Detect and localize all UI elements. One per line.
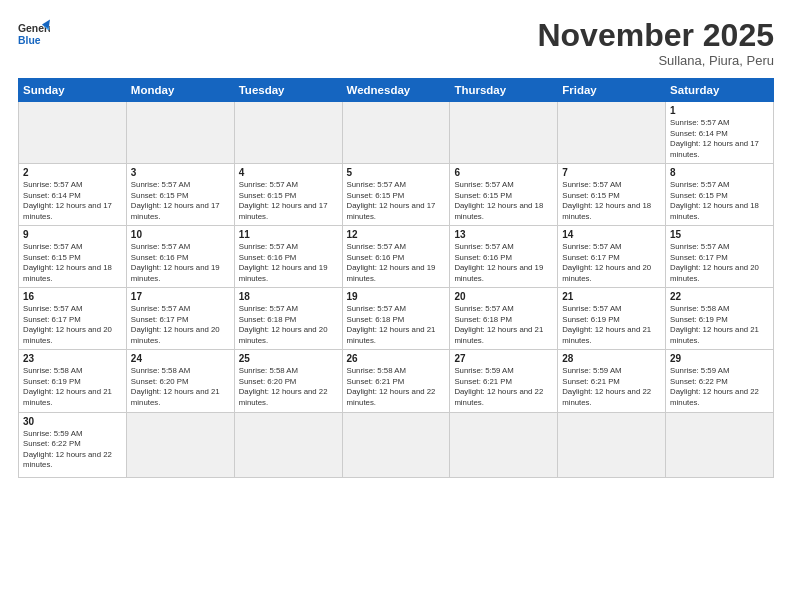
generalblue-logo-icon: General Blue [18,18,50,50]
day-number: 29 [670,353,769,364]
header-monday: Monday [126,79,234,102]
calendar-table: Sunday Monday Tuesday Wednesday Thursday… [18,78,774,477]
day-info: Sunrise: 5:57 AM Sunset: 6:17 PM Dayligh… [131,304,230,346]
table-row: 5Sunrise: 5:57 AM Sunset: 6:15 PM Daylig… [342,164,450,226]
table-row: 7Sunrise: 5:57 AM Sunset: 6:15 PM Daylig… [558,164,666,226]
day-number: 12 [347,229,446,240]
table-row [666,412,774,477]
table-row [342,102,450,164]
day-info: Sunrise: 5:57 AM Sunset: 6:15 PM Dayligh… [23,242,122,284]
header-tuesday: Tuesday [234,79,342,102]
table-row: 13Sunrise: 5:57 AM Sunset: 6:16 PM Dayli… [450,226,558,288]
table-row: 12Sunrise: 5:57 AM Sunset: 6:16 PM Dayli… [342,226,450,288]
table-row: 10Sunrise: 5:57 AM Sunset: 6:16 PM Dayli… [126,226,234,288]
day-info: Sunrise: 5:57 AM Sunset: 6:17 PM Dayligh… [562,242,661,284]
day-number: 8 [670,167,769,178]
day-info: Sunrise: 5:57 AM Sunset: 6:14 PM Dayligh… [23,180,122,222]
day-info: Sunrise: 5:59 AM Sunset: 6:22 PM Dayligh… [670,366,769,408]
day-info: Sunrise: 5:57 AM Sunset: 6:15 PM Dayligh… [670,180,769,222]
day-number: 2 [23,167,122,178]
day-info: Sunrise: 5:57 AM Sunset: 6:15 PM Dayligh… [347,180,446,222]
table-row: 25Sunrise: 5:58 AM Sunset: 6:20 PM Dayli… [234,350,342,412]
month-title: November 2025 [537,18,774,53]
header-thursday: Thursday [450,79,558,102]
table-row [234,412,342,477]
location-subtitle: Sullana, Piura, Peru [537,53,774,68]
day-info: Sunrise: 5:57 AM Sunset: 6:18 PM Dayligh… [239,304,338,346]
day-info: Sunrise: 5:57 AM Sunset: 6:18 PM Dayligh… [454,304,553,346]
table-row [558,102,666,164]
day-number: 23 [23,353,122,364]
day-info: Sunrise: 5:59 AM Sunset: 6:22 PM Dayligh… [23,429,122,471]
table-row: 28Sunrise: 5:59 AM Sunset: 6:21 PM Dayli… [558,350,666,412]
day-info: Sunrise: 5:59 AM Sunset: 6:21 PM Dayligh… [454,366,553,408]
table-row [126,412,234,477]
table-row: 3Sunrise: 5:57 AM Sunset: 6:15 PM Daylig… [126,164,234,226]
table-row [342,412,450,477]
day-number: 21 [562,291,661,302]
day-number: 22 [670,291,769,302]
day-info: Sunrise: 5:58 AM Sunset: 6:20 PM Dayligh… [239,366,338,408]
table-row: 1Sunrise: 5:57 AM Sunset: 6:14 PM Daylig… [666,102,774,164]
table-row: 17Sunrise: 5:57 AM Sunset: 6:17 PM Dayli… [126,288,234,350]
day-info: Sunrise: 5:57 AM Sunset: 6:16 PM Dayligh… [131,242,230,284]
table-row: 23Sunrise: 5:58 AM Sunset: 6:19 PM Dayli… [19,350,127,412]
day-number: 5 [347,167,446,178]
table-row: 30Sunrise: 5:59 AM Sunset: 6:22 PM Dayli… [19,412,127,477]
table-row: 19Sunrise: 5:57 AM Sunset: 6:18 PM Dayli… [342,288,450,350]
header-sunday: Sunday [19,79,127,102]
logo: General Blue [18,18,50,50]
table-row: 6Sunrise: 5:57 AM Sunset: 6:15 PM Daylig… [450,164,558,226]
day-info: Sunrise: 5:57 AM Sunset: 6:14 PM Dayligh… [670,118,769,160]
table-row: 26Sunrise: 5:58 AM Sunset: 6:21 PM Dayli… [342,350,450,412]
day-number: 3 [131,167,230,178]
day-number: 4 [239,167,338,178]
table-row: 21Sunrise: 5:57 AM Sunset: 6:19 PM Dayli… [558,288,666,350]
calendar-header-row: Sunday Monday Tuesday Wednesday Thursday… [19,79,774,102]
day-number: 16 [23,291,122,302]
day-number: 1 [670,105,769,116]
day-info: Sunrise: 5:57 AM Sunset: 6:16 PM Dayligh… [239,242,338,284]
day-number: 13 [454,229,553,240]
day-number: 25 [239,353,338,364]
day-number: 10 [131,229,230,240]
table-row [450,102,558,164]
table-row: 8Sunrise: 5:57 AM Sunset: 6:15 PM Daylig… [666,164,774,226]
table-row: 11Sunrise: 5:57 AM Sunset: 6:16 PM Dayli… [234,226,342,288]
day-info: Sunrise: 5:58 AM Sunset: 6:21 PM Dayligh… [347,366,446,408]
header-wednesday: Wednesday [342,79,450,102]
table-row: 27Sunrise: 5:59 AM Sunset: 6:21 PM Dayli… [450,350,558,412]
table-row: 20Sunrise: 5:57 AM Sunset: 6:18 PM Dayli… [450,288,558,350]
day-number: 19 [347,291,446,302]
table-row: 16Sunrise: 5:57 AM Sunset: 6:17 PM Dayli… [19,288,127,350]
day-number: 30 [23,416,122,427]
day-number: 11 [239,229,338,240]
day-info: Sunrise: 5:57 AM Sunset: 6:15 PM Dayligh… [562,180,661,222]
day-number: 24 [131,353,230,364]
header-friday: Friday [558,79,666,102]
table-row [19,102,127,164]
day-info: Sunrise: 5:57 AM Sunset: 6:15 PM Dayligh… [454,180,553,222]
header: General Blue November 2025 Sullana, Piur… [18,18,774,68]
table-row: 18Sunrise: 5:57 AM Sunset: 6:18 PM Dayli… [234,288,342,350]
day-info: Sunrise: 5:58 AM Sunset: 6:19 PM Dayligh… [23,366,122,408]
table-row: 22Sunrise: 5:58 AM Sunset: 6:19 PM Dayli… [666,288,774,350]
table-row [126,102,234,164]
table-row: 29Sunrise: 5:59 AM Sunset: 6:22 PM Dayli… [666,350,774,412]
day-number: 27 [454,353,553,364]
table-row [234,102,342,164]
day-info: Sunrise: 5:57 AM Sunset: 6:16 PM Dayligh… [454,242,553,284]
day-info: Sunrise: 5:57 AM Sunset: 6:18 PM Dayligh… [347,304,446,346]
table-row: 24Sunrise: 5:58 AM Sunset: 6:20 PM Dayli… [126,350,234,412]
day-info: Sunrise: 5:57 AM Sunset: 6:17 PM Dayligh… [670,242,769,284]
day-number: 17 [131,291,230,302]
day-number: 9 [23,229,122,240]
table-row: 15Sunrise: 5:57 AM Sunset: 6:17 PM Dayli… [666,226,774,288]
title-block: November 2025 Sullana, Piura, Peru [537,18,774,68]
header-saturday: Saturday [666,79,774,102]
table-row: 2Sunrise: 5:57 AM Sunset: 6:14 PM Daylig… [19,164,127,226]
day-number: 26 [347,353,446,364]
day-number: 14 [562,229,661,240]
day-info: Sunrise: 5:57 AM Sunset: 6:19 PM Dayligh… [562,304,661,346]
day-info: Sunrise: 5:57 AM Sunset: 6:16 PM Dayligh… [347,242,446,284]
